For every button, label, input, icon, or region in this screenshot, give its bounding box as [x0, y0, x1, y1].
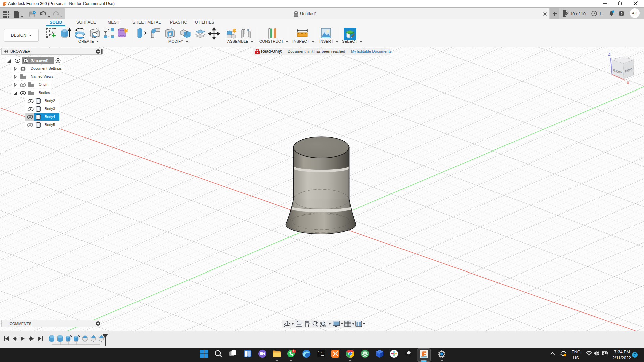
svg-text:1: 1	[293, 349, 294, 353]
svg-text:Z: Z	[608, 52, 610, 57]
svg-text:C:\_: C:\_	[318, 351, 324, 354]
svg-text:?: ?	[620, 12, 623, 16]
svg-text:X: X	[627, 81, 629, 85]
